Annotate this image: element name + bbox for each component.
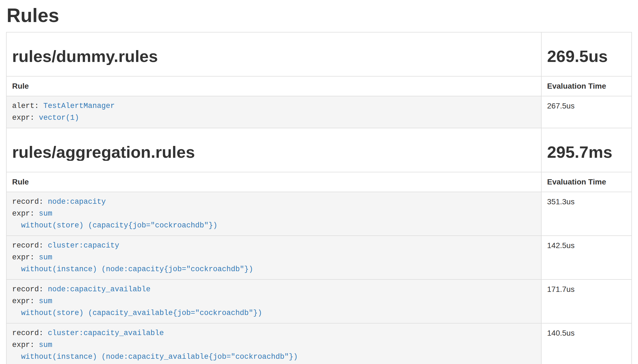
eval-column-header: Evaluation Time bbox=[541, 172, 632, 192]
rule-name-label: record: bbox=[12, 198, 43, 206]
rule-expr-label: expr: bbox=[12, 210, 34, 218]
column-header-row: Rule Evaluation Time bbox=[6, 172, 632, 192]
column-header-row: Rule Evaluation Time bbox=[6, 76, 632, 96]
group-header-row: rules/dummy.rules 269.5us bbox=[6, 32, 632, 76]
group-eval-total: 295.7ms bbox=[547, 144, 626, 161]
rule-code: record:cluster:capacity expr:sum without… bbox=[12, 240, 536, 275]
eval-time-value: 140.5us bbox=[541, 323, 632, 364]
rule-expr-label: expr: bbox=[12, 341, 34, 349]
rule-name-label: record: bbox=[12, 241, 43, 250]
rule-column-header: Rule bbox=[6, 172, 541, 192]
rule-expr-link[interactable]: sum without(instance) (node:capacity_ava… bbox=[12, 341, 298, 361]
rule-expr-label: expr: bbox=[12, 297, 34, 305]
rule-expr-line: expr:sum without(store) (capacity_availa… bbox=[12, 295, 536, 319]
rule-name-link[interactable]: cluster:capacity_available bbox=[48, 329, 164, 337]
rule-name-link[interactable]: node:capacity bbox=[48, 198, 106, 206]
rule-name-link[interactable]: node:capacity_available bbox=[48, 285, 150, 294]
rule-name-line: record:node:capacity bbox=[12, 196, 536, 208]
rule-expr-line: expr:sum without(store) (capacity{job="c… bbox=[12, 208, 536, 232]
group-file-title: rules/dummy.rules bbox=[12, 48, 536, 65]
rule-row: alert:TestAlertManager expr:vector(1) 26… bbox=[6, 96, 632, 128]
rule-row: record:node:capacity expr:sum without(st… bbox=[6, 192, 632, 236]
rule-code: record:node:capacity expr:sum without(st… bbox=[12, 196, 536, 232]
eval-time-value: 171.7us bbox=[541, 279, 632, 323]
rule-code: record:cluster:capacity_available expr:s… bbox=[12, 327, 536, 363]
rules-page: Rules rules/dummy.rules 269.5us Rule Eva… bbox=[0, 0, 638, 364]
eval-time-value: 142.5us bbox=[541, 236, 632, 279]
rule-expr-line: expr:sum without(instance) (node:capacit… bbox=[12, 339, 536, 363]
rule-code: alert:TestAlertManager expr:vector(1) bbox=[12, 100, 536, 124]
rule-name-line: record:node:capacity_available bbox=[12, 284, 536, 295]
group-eval-total: 269.5us bbox=[547, 48, 626, 65]
group-eval-total-cell: 295.7ms bbox=[541, 128, 632, 172]
rule-expr-link[interactable]: sum without(store) (capacity_available{j… bbox=[12, 297, 262, 317]
eval-time-value: 351.3us bbox=[541, 192, 632, 236]
rule-expr-link[interactable]: vector(1) bbox=[39, 114, 79, 122]
rule-expr-label: expr: bbox=[12, 253, 34, 262]
rule-name-link[interactable]: TestAlertManager bbox=[43, 102, 115, 110]
rule-cell: record:cluster:capacity_available expr:s… bbox=[6, 323, 541, 364]
rule-expr-link[interactable]: sum without(instance) (node:capacity{job… bbox=[12, 253, 253, 273]
rule-name-label: record: bbox=[12, 285, 43, 294]
group-header-row: rules/aggregation.rules 295.7ms bbox=[6, 128, 632, 172]
rule-name-line: record:cluster:capacity bbox=[12, 240, 536, 252]
rule-name-line: record:cluster:capacity_available bbox=[12, 327, 536, 339]
rule-cell: record:node:capacity expr:sum without(st… bbox=[6, 192, 541, 236]
group-file-cell: rules/dummy.rules bbox=[6, 32, 541, 76]
eval-time-value: 267.5us bbox=[541, 96, 632, 128]
rule-code: record:node:capacity_available expr:sum … bbox=[12, 284, 536, 319]
rule-name-label: alert: bbox=[12, 102, 39, 110]
rule-cell: record:cluster:capacity expr:sum without… bbox=[6, 236, 541, 279]
rule-column-header: Rule bbox=[6, 76, 541, 96]
group-file-title: rules/aggregation.rules bbox=[12, 144, 536, 161]
eval-column-header: Evaluation Time bbox=[541, 76, 632, 96]
rule-name-link[interactable]: cluster:capacity bbox=[48, 241, 119, 250]
rule-expr-label: expr: bbox=[12, 114, 34, 122]
rule-expr-link[interactable]: sum without(store) (capacity{job="cockro… bbox=[12, 210, 217, 230]
rule-name-line: alert:TestAlertManager bbox=[12, 100, 536, 112]
page-title: Rules bbox=[7, 5, 632, 26]
group-file-cell: rules/aggregation.rules bbox=[6, 128, 541, 172]
rule-expr-line: expr:sum without(instance) (node:capacit… bbox=[12, 252, 536, 275]
rule-row: record:node:capacity_available expr:sum … bbox=[6, 279, 632, 323]
rule-expr-line: expr:vector(1) bbox=[12, 112, 536, 124]
rules-table: rules/dummy.rules 269.5us Rule Evaluatio… bbox=[6, 32, 632, 364]
rule-row: record:cluster:capacity_available expr:s… bbox=[6, 323, 632, 364]
rule-cell: record:node:capacity_available expr:sum … bbox=[6, 279, 541, 323]
rule-cell: alert:TestAlertManager expr:vector(1) bbox=[6, 96, 541, 128]
group-eval-total-cell: 269.5us bbox=[541, 32, 632, 76]
rule-row: record:cluster:capacity expr:sum without… bbox=[6, 236, 632, 279]
rule-name-label: record: bbox=[12, 329, 43, 337]
